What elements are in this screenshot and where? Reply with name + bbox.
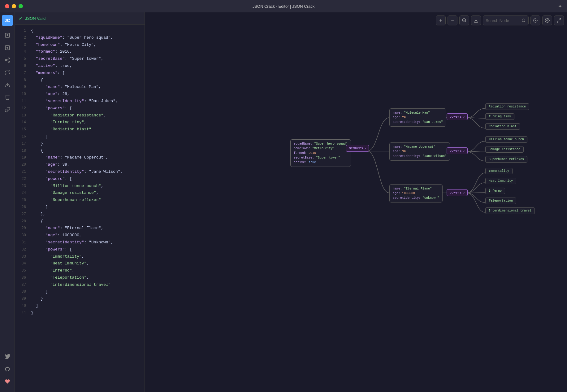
code-line: 1{ bbox=[15, 27, 145, 34]
code-line: 22 "powers": [ bbox=[15, 176, 145, 183]
svg-line-9 bbox=[6, 60, 8, 61]
editor-panel: ✓ JSON Valid 1{2 "squadName": "Super her… bbox=[15, 12, 145, 392]
svg-line-10 bbox=[6, 59, 8, 60]
logo[interactable]: JC bbox=[2, 15, 13, 26]
svg-point-6 bbox=[8, 58, 10, 59]
code-line: 3 "homeTown": "Metro City", bbox=[15, 41, 145, 49]
editor-content[interactable]: 1{2 "squadName": "Super hero squad",3 "h… bbox=[15, 25, 145, 392]
powers-button-2-label: powers bbox=[449, 149, 462, 153]
code-line: 25 "Superhuman reflexes" bbox=[15, 197, 145, 204]
code-line: 5 "secretBase": "Super tower", bbox=[15, 55, 145, 63]
code-line: 18 { bbox=[15, 147, 145, 155]
focus-button[interactable] bbox=[459, 15, 469, 25]
svg-line-18 bbox=[559, 19, 561, 20]
code-line: 34 "Heat Immunity", bbox=[15, 260, 145, 267]
powers-arrow-1-icon: ↗ bbox=[463, 115, 465, 119]
code-line: 32 "powers": [ bbox=[15, 246, 145, 253]
settings-button[interactable] bbox=[542, 15, 552, 25]
code-line: 21 "secretIdentity": "Jane Wilson", bbox=[15, 168, 145, 176]
sidebar-bottom bbox=[2, 351, 13, 390]
editor-header: ✓ JSON Valid bbox=[15, 12, 145, 25]
code-line: 29 "name": "Eternal Flame", bbox=[15, 225, 145, 232]
code-line: 37 "Interdimensional travel" bbox=[15, 281, 145, 289]
sidebar-icon-transform[interactable] bbox=[2, 67, 13, 78]
powers-button-1[interactable]: powers ↗ bbox=[447, 113, 468, 120]
sidebar-icon-file[interactable] bbox=[2, 30, 13, 41]
code-line: 16 ] bbox=[15, 133, 145, 140]
svg-point-16 bbox=[522, 19, 525, 22]
code-line: 13 "Radiation resistance", bbox=[15, 112, 145, 119]
members-button[interactable]: members ↗ bbox=[346, 145, 369, 152]
sidebar-icon-save[interactable] bbox=[2, 79, 13, 90]
sidebar-icon-share[interactable] bbox=[2, 54, 13, 66]
code-line: 7 "members": [ bbox=[15, 70, 145, 77]
code-line: 4 "formed": 2016, bbox=[15, 48, 145, 55]
sidebar: JC bbox=[0, 12, 15, 392]
minimize-button[interactable] bbox=[12, 4, 16, 8]
maximize-button[interactable] bbox=[19, 4, 23, 8]
code-line: 14 "Turning tiny", bbox=[15, 119, 145, 126]
power-turning-tiny: Turning tiny bbox=[485, 113, 514, 120]
code-line: 12 "powers": [ bbox=[15, 105, 145, 112]
code-line: 41} bbox=[15, 310, 145, 317]
members-button-label: members bbox=[349, 146, 363, 150]
member-2-node: name: "Madame Uppercut" age: 39 secretId… bbox=[389, 142, 450, 161]
code-line: 24 "Damage resistance", bbox=[15, 189, 145, 197]
powers-button-2[interactable]: powers ↗ bbox=[447, 147, 468, 154]
app-layout: JC bbox=[0, 12, 567, 392]
window-controls bbox=[5, 4, 23, 8]
fullscreen-button[interactable] bbox=[554, 15, 564, 25]
power-interdimensional: Interdimensional travel bbox=[485, 207, 535, 214]
code-line: 28 { bbox=[15, 218, 145, 225]
powers-arrow-3-icon: ↗ bbox=[463, 191, 465, 194]
graph-panel: + − bbox=[145, 12, 567, 392]
power-teleportation: Teleportation bbox=[485, 198, 516, 204]
close-button[interactable] bbox=[5, 4, 9, 8]
code-line: 19 "name": "Madame Uppercut", bbox=[15, 154, 145, 161]
zoom-in-button[interactable]: + bbox=[436, 15, 446, 25]
code-line: 36 "Teleportation", bbox=[15, 274, 145, 281]
powers-button-3[interactable]: powers ↗ bbox=[447, 189, 468, 196]
extension-icon: ✦ bbox=[558, 3, 562, 9]
sidebar-icon-github[interactable] bbox=[2, 364, 13, 375]
powers-arrow-2-icon: ↗ bbox=[463, 149, 465, 153]
sidebar-icon-heart[interactable] bbox=[2, 376, 13, 387]
download-button[interactable] bbox=[471, 15, 481, 25]
power-inferno: Inferno bbox=[485, 188, 505, 194]
sidebar-icon-add[interactable] bbox=[2, 42, 13, 53]
members-arrow-icon: ↗ bbox=[364, 146, 366, 150]
code-line: 30 "age": 1000000, bbox=[15, 232, 145, 239]
code-line: 35 "Inferno", bbox=[15, 267, 145, 274]
sidebar-icon-delete[interactable] bbox=[2, 92, 13, 103]
power-immortality: Immortality bbox=[485, 168, 513, 174]
code-line: 39 } bbox=[15, 295, 145, 303]
graph-toolbar: + − bbox=[436, 15, 564, 25]
sidebar-icon-twitter[interactable] bbox=[2, 351, 13, 362]
code-line: 11 "secretIdentity": "Dan Jukes", bbox=[15, 98, 145, 105]
code-line: 8 { bbox=[15, 77, 145, 84]
power-heat-immunity: Heat Immunity bbox=[485, 178, 516, 184]
valid-icon: ✓ bbox=[19, 15, 23, 21]
dark-mode-button[interactable] bbox=[530, 15, 540, 25]
power-radiation-blast: Radiation blast bbox=[485, 123, 520, 130]
json-valid-label: JSON Valid bbox=[25, 16, 45, 21]
code-line: 9 "name": "Molecule Man", bbox=[15, 84, 145, 91]
power-damage-resistance: Damage resistance bbox=[485, 146, 524, 153]
code-line: 33 "Immortality", bbox=[15, 253, 145, 260]
code-line: 15 "Radiation blast" bbox=[15, 126, 145, 133]
powers-button-3-label: powers bbox=[449, 191, 462, 194]
member-3-node: name: "Eternal Flame" age: 1000000 secre… bbox=[389, 184, 443, 203]
member-1-node: name: "Molecule Man" age: 29 secretIdent… bbox=[389, 108, 446, 127]
search-box[interactable] bbox=[483, 15, 529, 25]
search-input[interactable] bbox=[486, 18, 520, 23]
code-line: 6 "active": true, bbox=[15, 63, 145, 70]
sidebar-icon-link[interactable] bbox=[2, 104, 13, 115]
svg-point-8 bbox=[8, 61, 10, 63]
power-million-tonne: Million tonne punch bbox=[485, 136, 527, 143]
zoom-out-button[interactable]: − bbox=[448, 15, 457, 25]
code-line: 40 ] bbox=[15, 303, 145, 310]
code-line: 2 "squadName": "Super hero squad", bbox=[15, 34, 145, 41]
code-line: 38 ] bbox=[15, 288, 145, 295]
code-line: 23 "Million tonne punch", bbox=[15, 183, 145, 190]
power-superhuman: Superhuman reflexes bbox=[485, 156, 527, 163]
